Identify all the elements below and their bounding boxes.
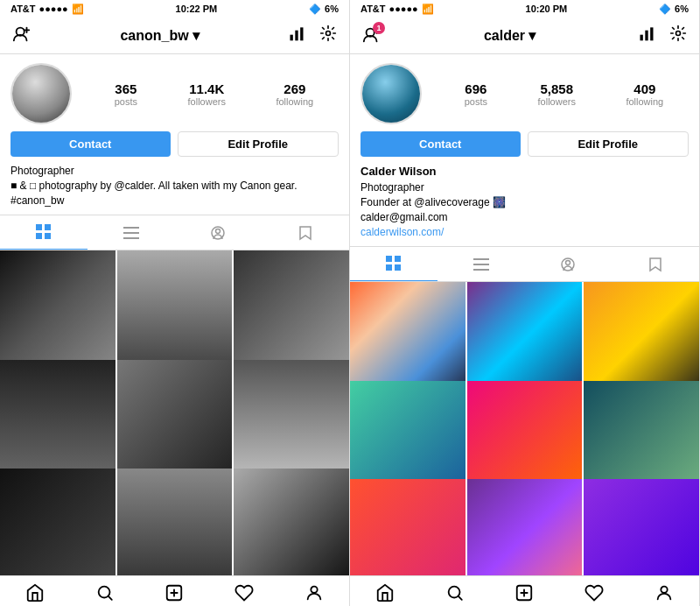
bio-website-2[interactable]: calderwilson.com/ (360, 225, 689, 240)
battery-2: 6% (675, 4, 689, 14)
tab-list-2[interactable] (438, 247, 525, 281)
grid-item-1-2[interactable] (117, 250, 233, 366)
carrier-1: AT&T (10, 4, 36, 14)
svg-point-33 (661, 587, 667, 593)
tabs-row-1 (0, 215, 349, 250)
stat-followers-1[interactable]: 11.4K followers (188, 81, 226, 107)
username-title-2[interactable]: calder ▾ (484, 27, 536, 44)
grid-item-1-4[interactable] (0, 360, 116, 476)
wifi-icon-2: 📶 (422, 4, 434, 15)
contact-button-2[interactable]: Contact (360, 131, 521, 157)
bio-email-2: calder@gmail.com (360, 210, 689, 225)
grid-item-1-3[interactable] (234, 250, 349, 366)
bottom-profile-1[interactable] (279, 583, 349, 602)
tab-grid-1[interactable] (0, 215, 88, 250)
bio-title-1: Photographer (10, 164, 339, 179)
bio-line2-2: Founder at @alivecoverage 🎆 (360, 195, 689, 210)
svg-rect-19 (645, 31, 648, 41)
battery-1: 6% (325, 4, 339, 14)
status-right-2: 🔷 6% (659, 4, 689, 15)
svg-rect-2 (295, 31, 298, 41)
avatar-2 (360, 63, 422, 124)
stats-row-1: 365 posts 11.4K followers 269 following (89, 81, 339, 107)
bottom-home-2[interactable] (350, 583, 420, 602)
profile-stats-1: 365 posts 11.4K followers 269 following (0, 54, 349, 131)
grid-item-1-7[interactable] (0, 469, 116, 575)
bottom-search-1[interactable] (70, 583, 140, 602)
settings-icon-2[interactable] (669, 25, 687, 46)
nav-right-1 (288, 25, 337, 46)
grid-item-2-9[interactable] (584, 479, 699, 575)
nav-right-2 (638, 25, 687, 46)
stat-following-1[interactable]: 269 following (276, 81, 313, 107)
svg-rect-25 (395, 264, 401, 271)
stat-following-2[interactable]: 409 following (626, 81, 663, 107)
tab-grid-2[interactable] (350, 247, 438, 281)
photo-grid-1 (0, 250, 349, 575)
tabs-row-2 (350, 246, 699, 282)
buttons-row-1: Contact Edit Profile (0, 131, 349, 164)
bottom-heart-2[interactable] (559, 583, 629, 602)
add-user-badge-2[interactable]: 1 (362, 25, 382, 46)
followers-label-2: followers (538, 96, 576, 107)
svg-point-21 (676, 32, 680, 36)
bottom-add-2[interactable] (490, 583, 560, 602)
bottom-add-1[interactable] (140, 583, 210, 602)
following-label-1: following (276, 96, 313, 107)
status-right-1: 🔷 6% (309, 4, 339, 15)
stat-posts-2[interactable]: 696 posts (465, 81, 487, 107)
chart-icon-2[interactable] (638, 25, 655, 46)
username-title-1[interactable]: canon_bw ▾ (120, 27, 199, 44)
svg-point-30 (566, 260, 570, 264)
grid-item-1-5[interactable] (117, 360, 233, 476)
bottom-nav-2 (350, 575, 699, 606)
time-2: 10:20 PM (526, 4, 568, 14)
status-bar-1: AT&T ●●●●● 📶 10:22 PM 🔷 6% (0, 0, 349, 18)
grid-item-1-1[interactable] (0, 250, 116, 366)
followers-count-2: 5,858 (540, 81, 573, 96)
settings-icon-1[interactable] (319, 25, 337, 46)
bottom-heart-1[interactable] (209, 583, 279, 602)
photo-grid-2 (350, 282, 699, 575)
following-count-2: 409 (634, 81, 655, 96)
chevron-icon-1: ▾ (192, 27, 200, 44)
status-left-2: AT&T ●●●●● 📶 (360, 4, 434, 15)
bio-name-2: Calder Wilson (360, 164, 689, 180)
posts-count-2: 696 (465, 81, 486, 96)
svg-rect-7 (36, 233, 42, 239)
bottom-search-2[interactable] (420, 583, 490, 602)
tab-tagged-1[interactable] (175, 215, 262, 250)
avatar-1 (10, 63, 72, 124)
posts-label-1: posts (115, 96, 137, 107)
chart-icon-1[interactable] (288, 25, 305, 46)
bottom-home-1[interactable] (0, 583, 70, 602)
bottom-profile-2[interactable] (629, 583, 699, 602)
grid-item-2-8[interactable] (467, 479, 583, 575)
grid-item-1-9[interactable] (234, 469, 349, 575)
grid-item-1-8[interactable] (117, 469, 233, 575)
tab-list-1[interactable] (88, 215, 175, 250)
svg-rect-11 (123, 237, 139, 239)
tab-tagged-2[interactable] (525, 247, 612, 281)
stat-posts-1[interactable]: 365 posts (115, 81, 137, 107)
tab-saved-2[interactable] (612, 247, 699, 281)
wifi-icon-1: 📶 (72, 4, 84, 15)
bluetooth-icon-2: 🔷 (659, 4, 671, 15)
svg-rect-23 (395, 256, 401, 262)
edit-profile-button-2[interactable]: Edit Profile (528, 131, 690, 157)
phone-2: AT&T ●●●●● 📶 10:20 PM 🔷 6% 1 calder ▾ (350, 0, 700, 606)
svg-rect-5 (36, 224, 42, 230)
add-user-icon-1[interactable] (12, 25, 32, 46)
svg-rect-10 (123, 232, 139, 234)
svg-rect-6 (45, 224, 51, 230)
nav-bar-2: 1 calder ▾ (350, 18, 699, 54)
contact-button-1[interactable]: Contact (10, 131, 171, 157)
stat-followers-2[interactable]: 5,858 followers (538, 81, 576, 107)
grid-item-2-7[interactable] (350, 479, 466, 575)
edit-profile-button-1[interactable]: Edit Profile (178, 131, 340, 157)
svg-rect-22 (386, 256, 392, 262)
tab-saved-1[interactable] (262, 215, 349, 250)
grid-item-1-6[interactable] (234, 360, 349, 476)
username-text-1: canon_bw (120, 28, 188, 44)
bio-section-2: Calder Wilson Photographer Founder at @a… (350, 164, 699, 246)
